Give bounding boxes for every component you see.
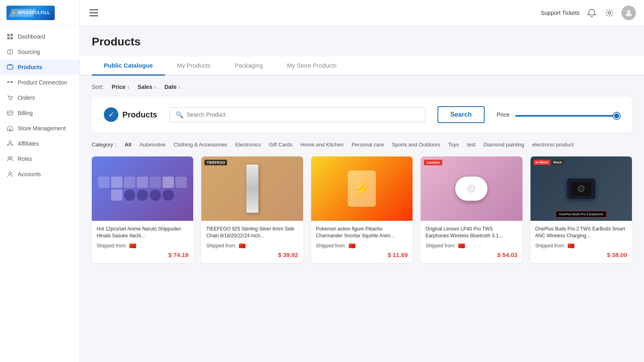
sort-price-label: Price [112,84,126,90]
category-all[interactable]: All [123,141,133,148]
product-card-5[interactable]: In Stock Black OnePlus Buds Pro 2 Earpho… [530,156,632,263]
topbar-right: Support Tickets [541,6,636,20]
topbar: Support Tickets [80,0,644,26]
product-card-3[interactable]: ⚡ Pokemon action figure Pikachu Charmand… [311,156,413,263]
flag-cn-3: 🇨🇳 [349,243,355,249]
category-personal-care[interactable]: Personal care [350,141,385,148]
sidebar-item-dashboard[interactable]: Dashboard [0,29,79,44]
sort-label: Sort: [92,84,104,90]
affiliates-icon [6,140,14,147]
sidebar-item-label: Accounts [18,171,41,177]
product-name-5: OnePlus Buds Pro 2 TWS EarBuds Smart ANC… [535,226,627,239]
sort-date[interactable]: Date ↓ [164,84,180,90]
search-button[interactable]: Search [438,106,485,123]
product-name-3: Pokemon action figure Pikachu Charmander… [316,226,408,239]
product-card-2[interactable]: TIEEFEGO TIEEFEGO 925 Sterling Silver 6m… [201,156,303,263]
product-shipped-5: Shipped from: 🇨🇳 [535,243,627,249]
sidebar-item-label: Billing [18,110,33,116]
sort-price-arrow: ↓ [127,84,130,90]
content-area: Products Public Catalogue My Products Pa… [80,26,644,362]
billing-icon [6,109,14,117]
product-card-1[interactable]: Hot 12pcs/set Anime Naruto Shippuden Hin… [92,156,193,263]
products-badge: ✓ Products [104,107,157,122]
category-label: Category： [92,141,118,148]
user-avatar[interactable] [621,6,636,20]
svg-point-12 [9,141,11,143]
category-sports[interactable]: Sports and Outdoors [390,141,442,148]
sidebar-item-label: Roles [18,156,32,162]
product-info-1: Hot 12pcs/set Anime Naruto Shippuden Hin… [92,221,193,263]
price-label: Price [497,111,510,118]
sidebar-item-products[interactable]: Products [0,60,79,75]
svg-rect-9 [7,111,13,115]
sourcing-icon [6,48,14,56]
product-shipped-4: Shipped from: 🇨🇳 [425,243,517,249]
sidebar-item-store-management[interactable]: Store Management [0,121,79,136]
svg-point-14 [11,144,13,146]
search-input-wrap: 🔍 [169,107,425,122]
tab-my-store-products[interactable]: My Store Products [275,56,349,76]
tab-public-catalogue[interactable]: Public Catalogue [92,56,165,76]
category-clothing[interactable]: Clothing & Accessories [172,141,229,148]
category-test[interactable]: test [465,141,477,148]
svg-point-15 [8,157,10,159]
tabs-bar: Public Catalogue My Products Packaging M… [80,56,644,76]
page-title: Products [92,35,632,48]
sidebar-item-orders[interactable]: Orders [0,90,79,105]
product-image-3: ⚡ [311,156,413,221]
sidebar-nav: Dashboard Sourcing Products [0,26,79,362]
category-diamond-painting[interactable]: Diamond painting [482,141,526,148]
price-slider[interactable] [515,115,620,117]
search-icon: 🔍 [175,111,184,119]
sidebar-item-label: Sourcing [18,49,40,55]
svg-rect-6 [11,81,13,83]
sidebar-item-affiliates[interactable]: Affiliates [0,136,79,151]
menu-button[interactable] [88,8,100,18]
sort-price[interactable]: Price ↓ [112,84,130,90]
product-shipped-1: Shipped from: 🇨🇳 [97,243,188,249]
sidebar-item-roles[interactable]: Roles [0,151,79,167]
category-electronic-product[interactable]: electronic product [531,141,576,148]
logo-image: ⚡ SPEEDFULFILL [6,6,55,20]
tab-packaging[interactable]: Packaging [223,56,275,76]
product-price-3: $ 11.69 [316,251,408,258]
flag-cn-4: 🇨🇳 [458,243,465,249]
sort-date-arrow: ↓ [178,84,181,90]
support-tickets-link[interactable]: Support Tickets [541,10,580,16]
svg-point-7 [10,100,10,101]
notifications-button[interactable] [586,7,597,19]
category-toys[interactable]: Toys [447,141,461,148]
svg-point-8 [11,100,12,101]
product-price-2: $ 39.92 [206,251,298,258]
svg-rect-10 [8,114,10,115]
sidebar-item-label: Products [18,64,42,70]
svg-rect-2 [7,37,10,39]
sidebar-item-product-connection[interactable]: Product Connection [0,75,79,90]
dashboard-icon [6,33,14,40]
check-circle-icon: ✓ [104,107,118,122]
product-info-4: Original Lenovo LP40 Pro TWS Earphones W… [421,221,522,263]
svg-rect-1 [10,34,13,36]
price-slider-wrap [515,111,620,118]
sidebar-item-sourcing[interactable]: Sourcing [0,44,79,60]
category-gift-cards[interactable]: Gift Cards [267,141,294,148]
settings-button[interactable] [604,7,615,19]
product-connection-icon [6,79,14,86]
product-name-tag-5: OnePlus Buds Pro 2 Earphone [555,211,607,218]
sidebar-item-accounts[interactable]: Accounts [0,167,79,182]
search-input[interactable] [187,111,419,118]
products-grid: Hot 12pcs/set Anime Naruto Shippuden Hin… [92,156,632,263]
svg-rect-20 [89,15,98,16]
sort-sales-label: Sales [138,84,153,90]
product-card-4[interactable]: Lenovo Original Lenovo LP40 Pro TWS Earp… [421,156,522,263]
category-home-kitchen[interactable]: Home and Kitchen [299,141,345,148]
product-name-4: Original Lenovo LP40 Pro TWS Earphones W… [425,226,517,239]
svg-rect-3 [10,37,13,39]
category-electronics[interactable]: Electronics [233,141,262,148]
tab-my-products[interactable]: My Products [165,56,223,76]
category-automotive[interactable]: Automotive [138,141,167,148]
search-section: ✓ Products 🔍 Search Price [92,97,632,133]
sidebar-item-billing[interactable]: Billing [0,105,79,121]
sort-sales[interactable]: Sales ↓ [138,84,157,90]
product-image-1 [92,156,193,221]
